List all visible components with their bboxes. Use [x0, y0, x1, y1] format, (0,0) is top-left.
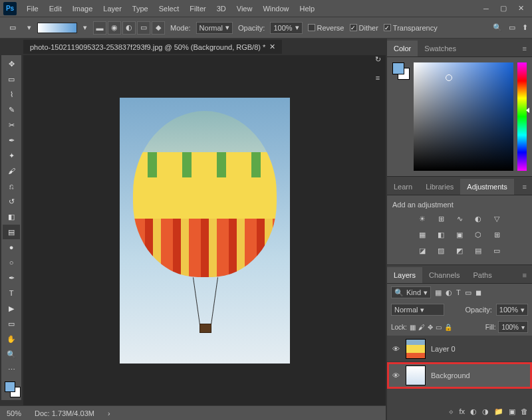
edit-toolbar[interactable]: ⋯ — [3, 362, 20, 377]
gradient-preview[interactable] — [37, 23, 77, 33]
layer-row[interactable]: 👁Layer 0 — [387, 336, 532, 362]
menu-help[interactable]: Help — [295, 3, 320, 15]
visibility-icon[interactable]: 👁 — [391, 345, 400, 353]
filter-type-icon[interactable]: T — [456, 288, 461, 296]
history-panel-icon[interactable]: ↻ — [370, 52, 385, 66]
gradient-dropdown[interactable]: ▾ — [82, 25, 88, 31]
zoom-level[interactable]: 50% — [7, 409, 21, 417]
lock-pixels-icon[interactable]: 🖌 — [418, 324, 425, 331]
lock-transparency-icon[interactable]: ▦ — [410, 324, 416, 331]
tab-close-icon[interactable]: ✕ — [269, 43, 275, 51]
tool-preset-dropdown[interactable]: ▾ — [27, 25, 32, 31]
layer-thumbnail[interactable] — [406, 366, 426, 385]
menu-3d[interactable]: 3D — [212, 3, 231, 15]
color-picker[interactable] — [414, 62, 513, 171]
new-group-icon[interactable]: 📁 — [494, 407, 503, 416]
tab-libraries[interactable]: Libraries — [419, 179, 460, 195]
gradient-map-icon[interactable]: ▤ — [471, 245, 485, 257]
curves-icon[interactable]: ∿ — [453, 213, 466, 225]
menu-edit[interactable]: Edit — [45, 3, 66, 15]
layer-style-icon[interactable]: fx — [459, 407, 465, 415]
threshold-icon[interactable]: ◩ — [453, 245, 466, 257]
dither-checkbox[interactable]: Dither — [350, 24, 378, 32]
foreground-color[interactable] — [5, 381, 15, 392]
layer-name[interactable]: Layer 0 — [431, 345, 456, 353]
visibility-icon[interactable]: 👁 — [391, 371, 400, 379]
filter-pixel-icon[interactable]: ▦ — [435, 288, 442, 297]
gradient-radial-button[interactable]: ◉ — [108, 21, 121, 35]
zoom-tool[interactable]: 🔍 — [3, 347, 20, 362]
share-icon[interactable]: ⬆ — [522, 23, 528, 32]
tab-color[interactable]: Color — [387, 41, 418, 56]
healing-tool[interactable]: ✦ — [3, 148, 20, 163]
quick-select-tool[interactable]: ✎ — [3, 102, 20, 117]
tab-layers[interactable]: Layers — [387, 267, 422, 283]
delete-layer-icon[interactable]: 🗑 — [521, 407, 528, 415]
vibrance-icon[interactable]: ▽ — [490, 213, 503, 225]
panel-color-swatches[interactable] — [392, 62, 410, 80]
gradient-tool[interactable]: ▤ — [3, 225, 20, 239]
eraser-tool[interactable]: ◧ — [3, 209, 20, 224]
layer-opacity-input[interactable]: 100%▾ — [496, 304, 528, 316]
status-arrow-icon[interactable]: › — [108, 409, 110, 417]
menu-type[interactable]: Type — [128, 3, 153, 15]
channel-mixer-icon[interactable]: ⬡ — [471, 229, 485, 241]
search-icon[interactable]: 🔍 — [493, 23, 502, 32]
color-swatches[interactable] — [3, 380, 20, 399]
panel-menu-icon[interactable]: ≡ — [517, 41, 532, 56]
tab-channels[interactable]: Channels — [422, 267, 466, 283]
fill-input[interactable]: 100%▾ — [498, 321, 528, 333]
pen-tool[interactable]: ✒ — [3, 270, 20, 285]
menu-layer[interactable]: Layer — [98, 3, 126, 15]
filter-shape-icon[interactable]: ▭ — [465, 288, 471, 297]
stamp-tool[interactable]: ⎌ — [3, 179, 20, 193]
layer-filter-kind[interactable]: 🔍Kind▾ — [391, 286, 431, 298]
lock-artboard-icon[interactable]: ▭ — [436, 324, 442, 331]
gradient-linear-button[interactable]: ▬ — [93, 21, 106, 35]
photo-filter-icon[interactable]: ▣ — [453, 229, 466, 241]
minimize-button[interactable]: ─ — [478, 3, 494, 15]
hand-tool[interactable]: ✋ — [3, 332, 20, 346]
menu-file[interactable]: File — [22, 3, 43, 15]
marquee-tool[interactable]: ▭ — [3, 72, 20, 86]
layer-thumbnail[interactable] — [406, 339, 426, 359]
exposure-icon[interactable]: ◐ — [471, 213, 485, 225]
gradient-diamond-button[interactable]: ◆ — [152, 21, 165, 35]
close-button[interactable]: ✕ — [513, 3, 529, 15]
workspace-icon[interactable]: ▭ — [509, 23, 515, 32]
lasso-tool[interactable]: ⌇ — [3, 87, 20, 102]
panel-menu-icon[interactable]: ≡ — [517, 179, 532, 195]
lock-position-icon[interactable]: ✥ — [428, 324, 433, 331]
eyedropper-tool[interactable]: ✒ — [3, 133, 20, 148]
new-layer-icon[interactable]: ▣ — [509, 407, 515, 416]
tab-paths[interactable]: Paths — [467, 267, 499, 283]
tab-adjustments[interactable]: Adjustments — [460, 179, 514, 195]
blend-mode-select[interactable]: Normal▾ — [391, 304, 444, 316]
filter-smart-icon[interactable]: ◼ — [475, 288, 481, 297]
menu-view[interactable]: View — [232, 3, 257, 15]
transparency-checkbox[interactable]: Transparency — [384, 24, 438, 32]
properties-panel-icon[interactable]: ≡ — [370, 70, 385, 85]
bw-icon[interactable]: ◧ — [434, 229, 448, 241]
dodge-tool[interactable]: ○ — [3, 255, 20, 270]
layer-mask-icon[interactable]: ◐ — [470, 407, 477, 416]
layer-row[interactable]: 👁Background — [387, 362, 532, 389]
lock-all-icon[interactable]: 🔒 — [444, 324, 452, 331]
crop-tool[interactable]: ✂ — [3, 118, 20, 132]
invert-icon[interactable]: ◪ — [416, 245, 429, 257]
panel-menu-icon[interactable]: ≡ — [517, 267, 532, 283]
tab-learn[interactable]: Learn — [387, 179, 419, 195]
link-layers-icon[interactable]: ⟐ — [449, 407, 454, 415]
gradient-angle-button[interactable]: ◐ — [122, 21, 136, 35]
canvas-area[interactable] — [23, 55, 386, 405]
menu-select[interactable]: Select — [154, 3, 184, 15]
path-select-tool[interactable]: ▶ — [3, 301, 20, 316]
maximize-button[interactable]: ▢ — [495, 3, 511, 15]
filter-adjust-icon[interactable]: ◐ — [446, 288, 452, 297]
color-lookup-icon[interactable]: ⊞ — [490, 229, 503, 241]
opacity-input[interactable]: 100%▾ — [270, 22, 302, 34]
brightness-icon[interactable]: ☀ — [416, 213, 429, 225]
document-tab[interactable]: photo-1502119095323-253837f293f9.jpg @ 5… — [23, 40, 282, 54]
gradient-reflected-button[interactable]: ▭ — [137, 21, 150, 35]
menu-window[interactable]: Window — [258, 3, 293, 15]
